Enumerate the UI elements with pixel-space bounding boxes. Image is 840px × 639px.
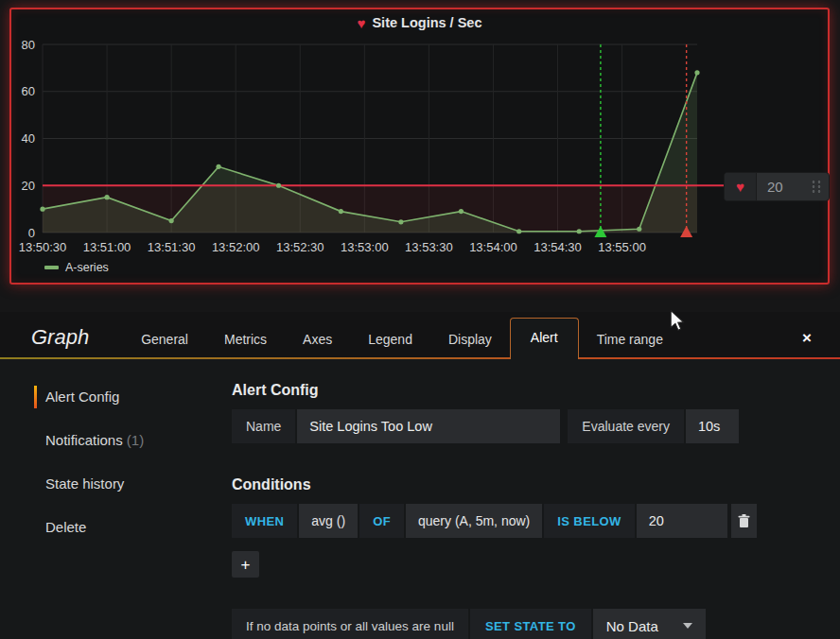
svg-text:13:51:00: 13:51:00	[83, 240, 131, 254]
legend: A-series	[44, 261, 109, 274]
timeseries-chart: 02040608013:50:3013:51:0013:51:3013:52:0…	[11, 9, 828, 283]
sidebar-item-delete[interactable]: Delete	[0, 514, 232, 540]
sidebar-item-label: Notifications	[45, 432, 123, 448]
chevron-down-icon	[683, 623, 692, 629]
svg-text:13:54:30: 13:54:30	[534, 240, 582, 254]
no-data-state-value: No Data	[606, 618, 658, 634]
svg-text:13:55:00: 13:55:00	[598, 240, 646, 254]
threshold-heart-icon: ♥	[725, 173, 757, 200]
graph-panel: 02040608013:50:3013:51:0013:51:3013:52:0…	[9, 8, 830, 285]
alert-config-heading: Alert Config	[232, 382, 840, 399]
condition-when-label: WHEN	[232, 504, 297, 538]
svg-text:13:52:00: 13:52:00	[212, 240, 260, 254]
alert-config-main: Alert Config Name Evaluate every Conditi…	[232, 359, 840, 639]
alert-heart-icon: ♥	[358, 16, 366, 30]
panel-title[interactable]: ♥ Site Logins / Sec	[11, 15, 828, 30]
threshold-value: 20	[757, 173, 810, 200]
editor-tabbar: Graph GeneralMetricsAxesLegendDisplayAle…	[0, 312, 840, 359]
alert-sidebar: Alert ConfigNotifications (1)State histo…	[0, 359, 232, 639]
svg-text:13:51:30: 13:51:30	[148, 240, 196, 254]
threshold-drag-handle[interactable]: ♥ 20	[724, 172, 830, 201]
tab-axes[interactable]: Axes	[285, 320, 350, 359]
tab-time-range[interactable]: Time range	[579, 320, 681, 359]
svg-text:13:52:30: 13:52:30	[276, 240, 324, 254]
grafana-screen: 02040608013:50:3013:51:0013:51:3013:52:0…	[0, 0, 840, 639]
evaluate-every-input[interactable]	[686, 409, 739, 443]
editor-tabs: GeneralMetricsAxesLegendDisplayAlertTime…	[123, 312, 681, 359]
conditions-heading: Conditions	[232, 476, 840, 493]
svg-text:80: 80	[22, 38, 35, 52]
svg-text:40: 40	[22, 131, 35, 146]
condition-of-label: OF	[359, 504, 404, 538]
sidebar-item-label: Delete	[45, 519, 86, 535]
svg-text:13:53:30: 13:53:30	[405, 240, 453, 254]
svg-text:20: 20	[22, 179, 35, 193]
svg-text:13:54:00: 13:54:00	[469, 240, 517, 254]
svg-text:60: 60	[22, 84, 35, 98]
no-data-label: If no data points or all values are null	[232, 609, 468, 639]
tab-legend[interactable]: Legend	[350, 320, 430, 359]
brand-gradient-line	[0, 357, 840, 359]
tab-alert[interactable]: Alert	[510, 318, 579, 359]
tab-display[interactable]: Display	[430, 320, 510, 359]
panel-type-logo: Graph	[0, 325, 123, 359]
alert-name-input[interactable]	[297, 409, 560, 443]
sidebar-item-label: Alert Config	[45, 389, 119, 405]
condition-query-dropdown[interactable]: query (A, 5m, now)	[406, 504, 542, 538]
sidebar-item-notifications[interactable]: Notifications (1)	[0, 427, 232, 453]
alert-name-row: Name Evaluate every	[232, 409, 840, 443]
trash-icon	[738, 514, 750, 528]
panel-title-text: Site Logins / Sec	[372, 15, 481, 30]
no-data-row: If no data points or all values are null…	[232, 609, 840, 639]
set-state-to-label: SET STATE TO	[470, 609, 591, 639]
condition-threshold-input[interactable]	[637, 504, 727, 538]
close-icon[interactable]: ×	[802, 329, 812, 359]
condition-aggregation-dropdown[interactable]: avg ()	[299, 504, 358, 538]
evaluate-every-label: Evaluate every	[568, 409, 684, 443]
svg-text:0: 0	[28, 226, 35, 240]
legend-swatch-icon[interactable]	[44, 266, 59, 269]
no-data-state-dropdown[interactable]: No Data	[593, 609, 706, 639]
sidebar-item-label: State history	[45, 475, 124, 492]
condition-row: WHEN avg () OF query (A, 5m, now) IS BEL…	[232, 504, 840, 538]
panel-editor: Graph GeneralMetricsAxesLegendDisplayAle…	[0, 312, 840, 639]
name-label: Name	[232, 409, 295, 443]
grip-dots-icon[interactable]	[810, 179, 823, 195]
tab-general[interactable]: General	[123, 320, 206, 359]
add-condition-button[interactable]: +	[232, 551, 259, 578]
delete-condition-button[interactable]	[731, 504, 757, 538]
sidebar-item-state-history[interactable]: State history	[0, 471, 232, 496]
tab-metrics[interactable]: Metrics	[206, 320, 285, 359]
sidebar-item-alert-config[interactable]: Alert Config	[0, 384, 232, 409]
svg-text:13:53:00: 13:53:00	[341, 240, 389, 254]
svg-text:13:50:30: 13:50:30	[19, 240, 67, 254]
legend-series-label[interactable]: A-series	[65, 261, 109, 274]
editor-body: Alert ConfigNotifications (1)State histo…	[0, 359, 840, 639]
condition-operator-dropdown[interactable]: IS BELOW	[544, 504, 634, 538]
sidebar-item-count: (1)	[123, 432, 145, 448]
